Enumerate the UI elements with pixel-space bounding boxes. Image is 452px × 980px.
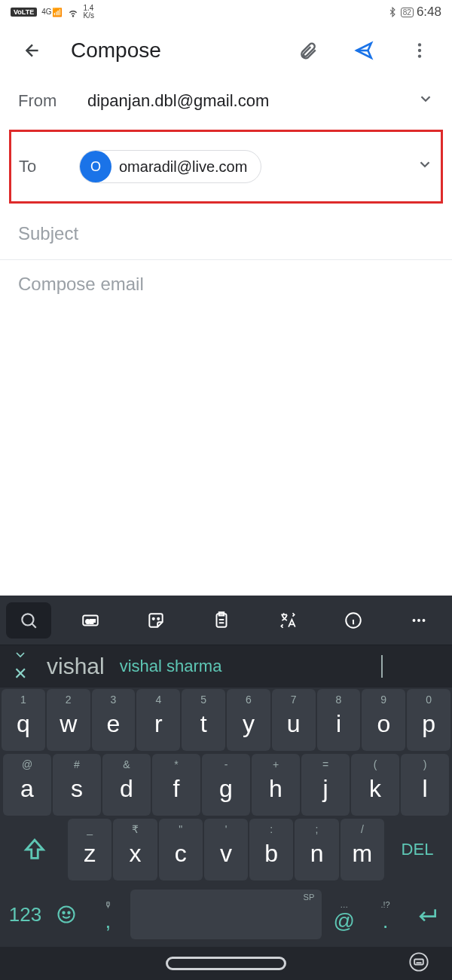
status-left: VoLTE 4G📶 1.4K/s <box>11 5 94 20</box>
send-button[interactable] <box>347 33 381 68</box>
arrow-left-icon <box>23 41 42 60</box>
keyboard-row-3: _z₹x"c'v:b;n/m DEL <box>0 817 452 882</box>
keyboard-translate-button[interactable] <box>255 611 320 630</box>
at-key[interactable]: … @ <box>325 896 363 933</box>
key-i[interactable]: 8i <box>317 689 361 751</box>
key-l[interactable]: )l <box>401 754 449 816</box>
keyboard-sticker-button[interactable] <box>123 611 188 630</box>
status-bar: VoLTE 4G📶 1.4K/s 82 6:48 <box>0 0 452 24</box>
key-e[interactable]: 3e <box>92 689 136 751</box>
info-icon <box>344 611 363 630</box>
chevron-down-close-icon <box>13 649 28 664</box>
key-z[interactable]: _z <box>68 819 111 880</box>
key-a[interactable]: @a <box>3 754 51 816</box>
key-f[interactable]: *f <box>152 754 200 816</box>
key-b[interactable]: :b <box>249 819 293 880</box>
comma-key[interactable]: 🎙 , <box>89 896 127 933</box>
shift-key[interactable] <box>3 819 66 880</box>
key-y[interactable]: 6y <box>227 689 270 751</box>
svg-point-3 <box>418 54 421 57</box>
enter-icon <box>415 902 439 926</box>
key-p[interactable]: 0p <box>407 689 450 751</box>
svg-point-0 <box>72 16 73 17</box>
key-x[interactable]: ₹x <box>113 819 157 880</box>
key-n[interactable]: ;n <box>295 819 338 880</box>
mic-hint: 🎙 <box>104 900 112 909</box>
network-indicator: 4G📶 <box>41 8 62 17</box>
from-value: dipanjan.dbl@gmail.com <box>87 91 417 111</box>
svg-point-12 <box>417 619 420 622</box>
keyboard-search-button[interactable] <box>6 602 51 639</box>
svg-point-11 <box>413 619 416 622</box>
from-field[interactable]: From dipanjan.dbl@gmail.com <box>0 77 452 125</box>
svg-point-1 <box>418 43 421 46</box>
keyboard-info-button[interactable] <box>320 611 386 630</box>
recipient-avatar: O <box>80 151 111 182</box>
svg-point-8 <box>157 617 159 619</box>
svg-point-13 <box>423 619 426 622</box>
numeric-key[interactable]: 123 <box>6 903 44 926</box>
key-r[interactable]: 4r <box>136 689 180 751</box>
key-c[interactable]: "c <box>159 819 203 880</box>
attach-button[interactable] <box>291 33 325 68</box>
keyboard-gif-button[interactable]: GIF <box>57 611 123 630</box>
key-m[interactable]: /m <box>341 819 384 880</box>
sticker-icon <box>146 611 166 630</box>
back-button[interactable] <box>15 33 50 68</box>
to-field[interactable]: To O omaradil@live.com <box>9 130 443 204</box>
key-q[interactable]: 1q <box>2 689 45 751</box>
suggestions-close-button[interactable]: ✕ <box>9 649 32 684</box>
suggestion-cursor <box>381 655 383 678</box>
subject-input[interactable]: Subject <box>0 208 452 259</box>
clock: 6:48 <box>417 5 441 20</box>
keyboard-clipboard-button[interactable] <box>189 611 255 630</box>
network-speed: 1.4K/s <box>84 5 94 20</box>
chevron-down-icon <box>417 90 434 107</box>
wifi-icon <box>67 6 79 18</box>
nav-home-pill[interactable] <box>166 957 286 970</box>
suggestion-2[interactable]: vishal sharma <box>120 657 222 676</box>
email-body-input[interactable]: Compose email <box>0 260 452 308</box>
key-j[interactable]: =j <box>301 754 350 816</box>
key-o[interactable]: 9o <box>362 689 405 751</box>
svg-point-16 <box>69 912 70 914</box>
svg-rect-18 <box>414 960 423 965</box>
keyboard-row-2: @a#s&d*f-g+h=j(k)l <box>0 752 452 817</box>
keyboard-more-button[interactable] <box>386 611 452 630</box>
key-g[interactable]: -g <box>202 754 250 816</box>
key-u[interactable]: 7u <box>272 689 316 751</box>
delete-key[interactable]: DEL <box>386 819 449 880</box>
suggestion-1[interactable]: vishal <box>47 654 105 679</box>
from-label: From <box>18 91 87 111</box>
from-expand-button[interactable] <box>417 90 434 112</box>
key-t[interactable]: 5t <box>182 689 225 751</box>
svg-point-14 <box>59 907 75 923</box>
app-bar: Compose <box>0 24 452 77</box>
emoji-key[interactable] <box>47 904 86 925</box>
key-s[interactable]: #s <box>53 754 101 816</box>
svg-point-17 <box>410 953 427 970</box>
attachment-icon <box>298 41 318 60</box>
recipient-chip[interactable]: O omaradil@live.com <box>79 150 261 183</box>
key-h[interactable]: +h <box>252 754 300 816</box>
enter-key[interactable] <box>408 902 446 926</box>
period-key[interactable]: .!? . <box>366 896 405 933</box>
svg-point-15 <box>63 912 65 914</box>
space-label: SP <box>304 893 315 902</box>
more-horiz-icon <box>409 611 429 630</box>
to-expand-button[interactable] <box>417 156 433 177</box>
gif-icon: GIF <box>81 611 100 630</box>
overflow-menu-button[interactable] <box>402 33 437 68</box>
key-k[interactable]: (k <box>351 754 399 816</box>
key-v[interactable]: 'v <box>204 819 248 880</box>
key-w[interactable]: 2w <box>47 689 90 751</box>
shift-icon <box>22 837 47 862</box>
battery-level: 82 <box>401 8 414 17</box>
key-d[interactable]: &d <box>102 754 151 816</box>
status-right: 82 6:48 <box>387 5 441 20</box>
keyboard-row-1: 1q2w3e4r5t6y7u8i9o0p <box>0 688 452 752</box>
svg-point-4 <box>22 614 33 625</box>
keyboard-toggle-button[interactable] <box>408 951 429 975</box>
search-icon <box>19 611 38 630</box>
space-key[interactable]: SP <box>130 890 322 939</box>
